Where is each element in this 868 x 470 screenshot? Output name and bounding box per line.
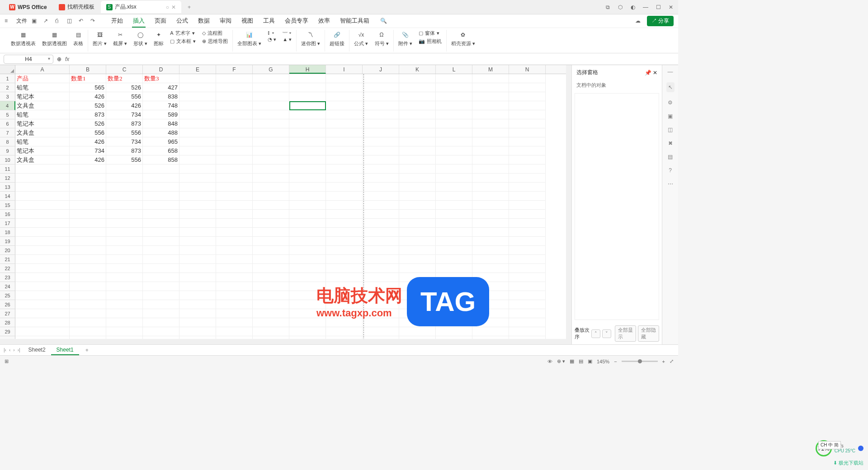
cell[interactable] [472,128,509,137]
cell[interactable] [399,183,436,192]
settings-icon[interactable]: ⚙ [668,99,673,106]
cell[interactable]: 965 [143,137,179,146]
select-icon[interactable]: ↖ [666,82,675,92]
cell[interactable] [472,137,509,146]
cell[interactable] [472,74,509,83]
table-button[interactable]: ▤表格 [73,30,83,47]
cell[interactable] [70,273,106,282]
cell[interactable] [399,264,436,273]
cell[interactable] [216,318,253,327]
cell[interactable] [399,137,436,146]
cloud-icon[interactable]: ☁ [635,18,642,25]
row-header[interactable]: 17 [0,219,15,228]
move-down-button[interactable]: ˅ [602,329,611,338]
cell[interactable] [106,246,143,255]
menu-hamburger-icon[interactable]: ≡ [5,18,12,25]
cell[interactable] [106,318,143,327]
cell[interactable]: 427 [143,83,179,92]
cell[interactable] [472,318,509,327]
cell[interactable] [399,101,436,110]
cell[interactable] [253,291,289,300]
share-button[interactable]: ↗ 分享 [647,16,674,26]
cell[interactable] [399,119,436,128]
cell[interactable] [143,291,179,300]
cell[interactable] [253,164,289,174]
col-header-J[interactable]: J [363,65,399,74]
cell[interactable] [326,246,363,255]
cell[interactable] [289,119,326,128]
col-header-D[interactable]: D [143,65,179,74]
cell[interactable] [70,318,106,327]
cell[interactable] [509,228,546,237]
cell[interactable] [363,282,399,291]
tab-menu-icon[interactable]: ○ [166,4,169,10]
cell[interactable]: 526 [70,119,106,128]
cell[interactable] [216,146,253,155]
panel-close-icon[interactable]: ✕ [653,70,657,76]
cell[interactable] [472,309,509,318]
cell[interactable] [472,300,509,309]
cell[interactable] [179,74,216,83]
cell[interactable] [509,291,546,300]
cell[interactable] [253,219,289,228]
cell[interactable]: 658 [143,146,179,155]
row-header[interactable]: 5 [0,110,15,119]
cell[interactable] [253,282,289,291]
cell[interactable] [509,318,546,327]
sheet-last-icon[interactable]: ›| [18,348,20,352]
cell[interactable] [472,83,509,92]
cell[interactable] [179,92,216,101]
cell[interactable] [472,246,509,255]
menu-tab-10[interactable]: 智能工具箱 [339,15,370,28]
cell[interactable] [289,201,326,210]
cell[interactable] [15,291,70,300]
cell[interactable] [253,74,289,83]
cell[interactable] [289,219,326,228]
row-header[interactable]: 28 [0,318,15,327]
row-header[interactable]: 21 [0,255,15,264]
cell[interactable] [399,110,436,119]
cell[interactable] [363,228,399,237]
cell[interactable] [399,237,436,246]
cell[interactable] [216,137,253,146]
cell[interactable] [179,246,216,255]
cell[interactable] [15,192,70,201]
sheet-prev-icon[interactable]: ‹ [9,348,10,352]
shapes-button[interactable]: ◯形状 ▾ [133,30,147,47]
cell[interactable] [326,237,363,246]
row-header[interactable]: 16 [0,210,15,219]
cell[interactable] [15,300,70,309]
cell[interactable] [106,219,143,228]
app-tab[interactable]: W WPS Office [4,1,52,13]
cell[interactable] [289,101,326,110]
cell[interactable] [472,255,509,264]
cell[interactable] [399,201,436,210]
cell[interactable] [399,300,436,309]
cell[interactable]: 565 [70,83,106,92]
cell[interactable] [216,101,253,110]
layers-icon[interactable]: ▤ [668,154,673,160]
cell[interactable] [436,300,472,309]
view-normal-icon[interactable]: ▦ [570,358,574,364]
row-header[interactable]: 22 [0,264,15,273]
cell[interactable] [436,137,472,146]
horizontal-scrollbar[interactable] [0,339,571,344]
cell[interactable] [253,309,289,318]
textbox-button[interactable]: ▢ 文本框 ▾ [170,38,196,45]
cell[interactable] [472,327,509,336]
minimize-button[interactable]: — [642,4,649,10]
cell[interactable] [143,183,179,192]
menu-tab-8[interactable]: 会员专享 [284,15,309,28]
cell[interactable] [143,300,179,309]
cell[interactable]: 426 [70,137,106,146]
cell[interactable] [179,219,216,228]
view-focus-icon[interactable]: ⊕ ▾ [557,358,565,364]
cell[interactable]: 数量1 [70,74,106,83]
cell[interactable] [363,255,399,264]
cell[interactable] [363,246,399,255]
row-header[interactable]: 1 [0,74,15,83]
cell[interactable] [216,210,253,219]
cell[interactable] [106,282,143,291]
cell[interactable] [399,291,436,300]
col-header-E[interactable]: E [179,65,216,74]
